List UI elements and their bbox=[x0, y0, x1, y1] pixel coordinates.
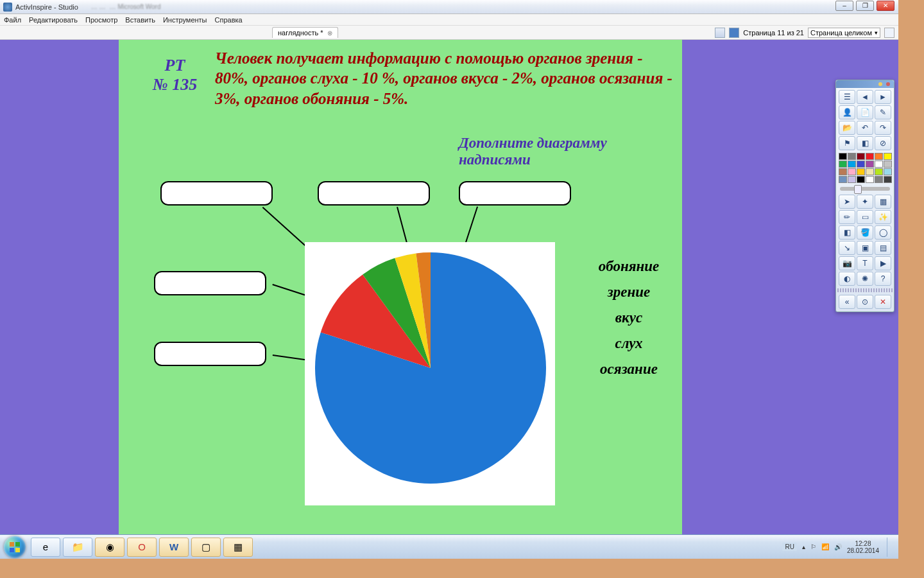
color-swatch[interactable] bbox=[848, 161, 856, 168]
camera-tool-icon[interactable]: 📷 bbox=[839, 256, 855, 270]
color-swatch[interactable] bbox=[857, 153, 865, 160]
reset-flag-icon[interactable]: ⚑ bbox=[839, 136, 855, 150]
label-box-5[interactable] bbox=[154, 342, 266, 366]
taskbar-word-icon[interactable]: W bbox=[159, 538, 189, 557]
taskbar-smart-icon[interactable]: ▢ bbox=[191, 538, 221, 557]
media-tool-icon[interactable]: ▶ bbox=[875, 256, 891, 270]
palette-menu-icon[interactable]: ☰ bbox=[839, 90, 855, 104]
connector-tool-icon[interactable]: ↘ bbox=[839, 241, 855, 255]
color-swatch[interactable] bbox=[866, 168, 874, 175]
taskbar-activinspire-icon[interactable]: ▦ bbox=[223, 538, 253, 557]
menu-insert[interactable]: Вставить bbox=[125, 16, 155, 24]
color-swatch[interactable] bbox=[839, 161, 847, 168]
pen-width-slider[interactable] bbox=[840, 187, 890, 191]
label-box-1[interactable] bbox=[160, 181, 273, 206]
select-tool-icon[interactable]: ➤ bbox=[839, 195, 855, 209]
tool-palette[interactable]: ☰ ◄ ► 👤 📄 ✎ 📂 ↶ ↷ ⚑ ◧ ⊘ ➤ ✦ ▦ ✏ ▭ ✨ ◧ 🪣 … bbox=[835, 80, 894, 312]
clear-icon[interactable]: ⊘ bbox=[875, 136, 891, 150]
maximize-button[interactable]: ❐ bbox=[856, 1, 874, 11]
tray-network-icon[interactable]: 📶 bbox=[821, 543, 829, 550]
color-swatch[interactable] bbox=[884, 168, 892, 175]
tab-close-icon[interactable]: ⊗ bbox=[327, 30, 332, 37]
word-bank-item[interactable]: слух bbox=[574, 335, 683, 352]
word-bank-item[interactable]: обоняние bbox=[574, 258, 683, 275]
color-swatch[interactable] bbox=[848, 176, 856, 183]
palette-titlebar[interactable] bbox=[836, 80, 894, 88]
zoom-select[interactable]: Страница целиком bbox=[808, 28, 880, 38]
flipchart-icon[interactable]: 📄 bbox=[857, 105, 873, 119]
minimize-button[interactable]: – bbox=[835, 1, 853, 11]
label-box-2[interactable] bbox=[318, 181, 430, 206]
text-tool-icon[interactable]: T bbox=[857, 256, 873, 270]
close-button[interactable]: ✕ bbox=[877, 1, 894, 11]
color-swatch[interactable] bbox=[866, 176, 874, 183]
next-page-icon[interactable]: ► bbox=[875, 90, 891, 104]
annotate-icon[interactable]: ✎ bbox=[875, 105, 891, 119]
undo-icon[interactable]: ↶ bbox=[857, 121, 873, 135]
help-tool-icon[interactable]: ? bbox=[875, 272, 891, 286]
color-swatch[interactable] bbox=[857, 161, 865, 168]
taskbar-explorer-icon[interactable]: 📁 bbox=[63, 538, 92, 557]
show-desktop-button[interactable] bbox=[887, 538, 894, 557]
palette-grip[interactable] bbox=[837, 288, 893, 292]
resource-browser-icon[interactable]: ▤ bbox=[875, 241, 891, 255]
color-swatch[interactable] bbox=[839, 176, 847, 183]
color-swatch[interactable] bbox=[884, 176, 892, 183]
color-swatch[interactable] bbox=[857, 168, 865, 175]
menu-help[interactable]: Справка bbox=[215, 16, 243, 24]
color-swatch[interactable] bbox=[884, 161, 892, 168]
word-bank-item[interactable]: зрение bbox=[574, 284, 683, 301]
tray-flag-icon[interactable]: ⚐ bbox=[810, 543, 816, 550]
color-swatch[interactable] bbox=[839, 153, 847, 160]
word-bank-item[interactable]: осязание bbox=[574, 361, 683, 378]
color-swatch[interactable] bbox=[875, 176, 883, 183]
shape-tool-icon[interactable]: ◯ bbox=[875, 225, 891, 240]
eraser-tool-icon[interactable]: ◧ bbox=[839, 225, 855, 240]
spotlight-tool-icon[interactable]: ✺ bbox=[857, 272, 873, 286]
revealer-tool-icon[interactable]: ◐ bbox=[839, 272, 855, 286]
stamp-icon[interactable]: ▣ bbox=[857, 241, 873, 255]
color-swatch[interactable] bbox=[875, 161, 883, 168]
redo-icon[interactable]: ↷ bbox=[875, 121, 891, 135]
magic-ink-icon[interactable]: ✨ bbox=[875, 210, 891, 224]
color-swatch[interactable] bbox=[866, 153, 874, 160]
menu-tools[interactable]: Инструменты bbox=[163, 16, 207, 24]
toolbar-snapshot-icon[interactable] bbox=[729, 28, 739, 38]
color-swatch[interactable] bbox=[857, 176, 865, 183]
pen-tool-icon[interactable]: ✏ bbox=[839, 210, 855, 224]
tray-up-icon[interactable]: ▴ bbox=[802, 543, 805, 550]
menu-file[interactable]: Файл bbox=[4, 16, 21, 24]
taskbar-chrome-icon[interactable]: ◉ bbox=[95, 538, 124, 557]
color-swatch[interactable] bbox=[875, 153, 883, 160]
slide-instruction[interactable]: Дополните диаграмму надписями bbox=[459, 135, 677, 168]
start-button[interactable] bbox=[0, 535, 30, 559]
tools-menu-icon[interactable]: ✦ bbox=[857, 195, 873, 209]
color-swatch[interactable] bbox=[875, 168, 883, 175]
label-box-4[interactable] bbox=[154, 271, 266, 295]
pin-icon[interactable]: ⊙ bbox=[857, 295, 873, 309]
color-swatch[interactable] bbox=[866, 161, 874, 168]
tray-clock[interactable]: 12:28 28.02.2014 bbox=[847, 540, 879, 554]
pie-chart-container[interactable] bbox=[305, 242, 555, 505]
slide-heading[interactable]: РТ № 135 bbox=[135, 56, 215, 94]
language-indicator[interactable]: RU bbox=[782, 543, 796, 551]
open-icon[interactable]: 📂 bbox=[839, 121, 855, 135]
profile-icon[interactable]: 👤 bbox=[839, 105, 855, 119]
label-box-3[interactable] bbox=[459, 181, 571, 206]
tray-volume-icon[interactable]: 🔊 bbox=[834, 543, 842, 550]
color-swatch[interactable] bbox=[884, 153, 892, 160]
palette-close-icon[interactable]: ✕ bbox=[875, 295, 891, 309]
fill-tool-icon[interactable]: 🪣 bbox=[857, 225, 873, 240]
collapse-left-icon[interactable]: « bbox=[839, 295, 855, 309]
highlighter-tool-icon[interactable]: ▭ bbox=[857, 210, 873, 224]
toolbar-grid-icon[interactable] bbox=[715, 28, 725, 38]
slide-canvas[interactable]: РТ № 135 Человек получает информацию с п… bbox=[119, 40, 682, 534]
taskbar-opera-icon[interactable]: O bbox=[127, 538, 157, 557]
browser-tool-icon[interactable]: ▦ bbox=[875, 195, 891, 209]
color-swatch[interactable] bbox=[848, 168, 856, 175]
menu-view[interactable]: Просмотр bbox=[85, 16, 117, 24]
color-swatch[interactable] bbox=[839, 168, 847, 175]
color-picker-icon[interactable]: ◧ bbox=[857, 136, 873, 150]
word-bank-item[interactable]: вкус bbox=[574, 310, 683, 326]
taskbar-ie-icon[interactable]: e bbox=[31, 538, 60, 557]
